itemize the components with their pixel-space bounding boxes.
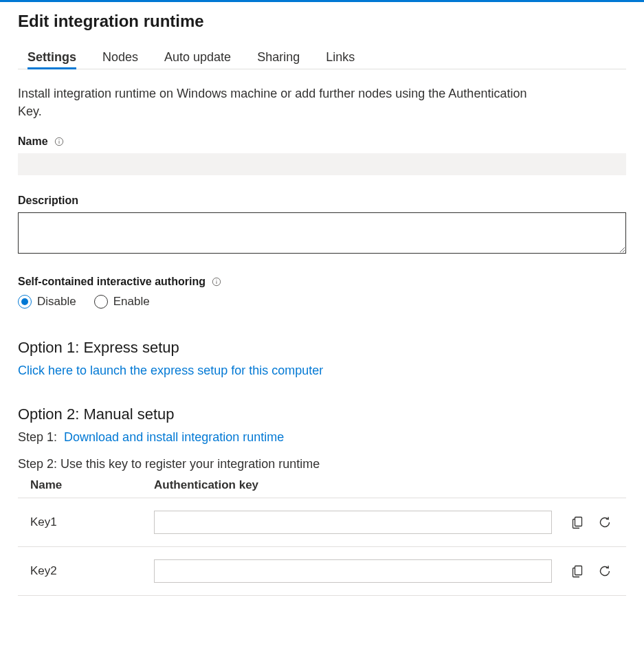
radio-label: Disable <box>37 295 76 309</box>
auth-key-input[interactable] <box>154 511 552 534</box>
radio-unchecked-icon <box>94 295 108 309</box>
step2-text: Step 2: Use this key to register your in… <box>18 457 320 471</box>
description-input[interactable] <box>18 212 626 254</box>
radio-label: Enable <box>113 295 150 309</box>
name-input <box>18 153 626 175</box>
description-label: Description <box>18 194 78 207</box>
radio-checked-icon <box>18 295 32 309</box>
auth-key-input[interactable] <box>154 559 552 583</box>
option1-heading: Option 1: Express setup <box>18 339 626 357</box>
scia-radio-enable[interactable]: Enable <box>94 295 150 309</box>
svg-rect-6 <box>575 517 582 526</box>
copy-icon[interactable] <box>570 564 585 579</box>
scia-radio-group: Disable Enable <box>18 295 626 309</box>
key-name-cell: Key1 <box>18 498 142 547</box>
svg-point-1 <box>58 140 59 140</box>
col-header-name: Name <box>18 476 142 498</box>
refresh-icon[interactable] <box>597 515 612 530</box>
scia-label: Self-contained interactive authoring <box>18 276 206 288</box>
svg-point-4 <box>216 280 216 280</box>
express-setup-link[interactable]: Click here to launch the express setup f… <box>18 364 323 377</box>
copy-icon[interactable] <box>570 515 585 530</box>
info-icon[interactable] <box>211 276 222 287</box>
tab-bar: Settings Nodes Auto update Sharing Links <box>18 50 626 69</box>
col-header-auth-key: Authentication key <box>142 476 557 498</box>
intro-text: Install integration runtime on Windows m… <box>18 85 554 120</box>
download-ir-link[interactable]: Download and install integration runtime <box>64 430 284 444</box>
name-label: Name <box>18 135 48 148</box>
info-icon[interactable] <box>54 136 65 147</box>
step1-prefix: Step 1: <box>18 430 57 444</box>
refresh-icon[interactable] <box>597 564 612 579</box>
tab-links[interactable]: Links <box>326 50 355 69</box>
tab-settings[interactable]: Settings <box>27 50 76 69</box>
option2-heading: Option 2: Manual setup <box>18 405 626 423</box>
tab-nodes[interactable]: Nodes <box>102 50 138 69</box>
table-row: Key1 <box>18 498 626 547</box>
svg-rect-7 <box>575 566 582 575</box>
table-row: Key2 <box>18 547 626 596</box>
tab-sharing[interactable]: Sharing <box>257 50 300 69</box>
scia-radio-disable[interactable]: Disable <box>18 295 76 309</box>
page-title: Edit integration runtime <box>18 12 626 31</box>
tab-auto-update[interactable]: Auto update <box>164 50 231 69</box>
key-name-cell: Key2 <box>18 547 142 596</box>
auth-key-table: Name Authentication key Key1 <box>18 476 626 596</box>
